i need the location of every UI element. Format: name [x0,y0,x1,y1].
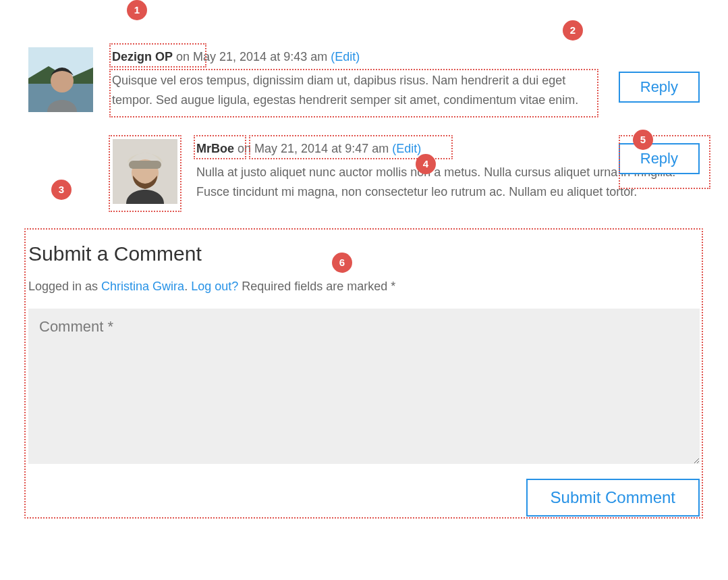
comments-section: 1 Dezign OP on May 21, 2014 at 9:43 am (… [0,0,728,557]
annotation-badge-3: 3 [51,180,72,200]
edit-link[interactable]: (Edit) [331,50,360,63]
comment-item: Dezign OP on May 21, 2014 at 9:43 am (Ed… [28,47,700,112]
submit-row: Submit Comment [28,479,700,517]
submit-comment-button[interactable]: Submit Comment [526,479,700,517]
comment-content: Dezign OP on May 21, 2014 at 9:43 am (Ed… [112,47,700,109]
comment-textarea[interactable] [28,309,700,464]
comment-meta: Dezign OP on May 21, 2014 at 9:43 am (Ed… [112,47,700,67]
form-title: Submit a Comment [28,238,700,270]
comment-author: Dezign OP [112,50,173,63]
reply-button[interactable]: Reply [619,143,700,174]
edit-link[interactable]: (Edit) [392,142,421,155]
comment-date: on May 21, 2014 at 9:43 am [176,50,327,63]
login-pre: Logged in as [28,280,101,293]
reply-button[interactable]: Reply [619,72,700,103]
login-sep: . [184,280,191,293]
avatar [28,47,93,112]
comment-body: Quisque vel eros tempus, dignissim diam … [112,71,700,110]
required-note: Required fields are marked * [238,280,395,293]
avatar [113,139,177,204]
svg-rect-5 [129,161,161,169]
login-status: Logged in as Christina Gwira. Log out? R… [28,277,700,296]
current-user-link[interactable]: Christina Gwira [101,280,184,293]
comment-item-reply: MrBoe on May 21, 2014 at 9:47 am (Edit) … [113,139,700,204]
annotation-badge-1: 1 [127,0,147,20]
comment-form-section: Submit a Comment Logged in as Christina … [28,224,700,537]
logout-link[interactable]: Log out? [191,280,238,293]
annotation-badge-2: 2 [563,20,583,41]
comment-date: on May 21, 2014 at 9:47 am [237,142,389,155]
comment-author: MrBoe [196,142,234,155]
